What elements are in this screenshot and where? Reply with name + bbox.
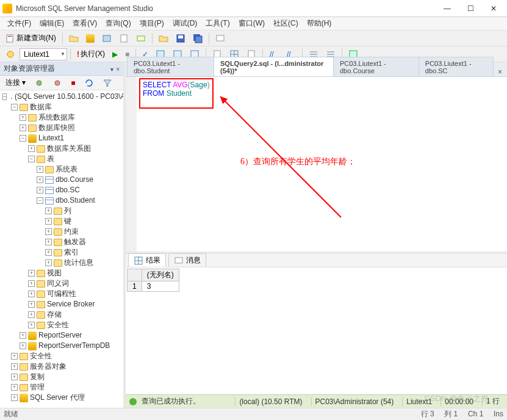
open-button[interactable] <box>66 32 82 45</box>
tree-service-broker[interactable]: Service Broker <box>47 299 95 310</box>
tab-student[interactable]: PC03.Liutext1 - dbo.Student <box>127 57 214 76</box>
menu-query[interactable]: 查询(Q) <box>102 17 134 30</box>
menu-view[interactable]: 查看(V) <box>69 17 101 30</box>
tree-programmability[interactable]: 可编程性 <box>47 289 76 299</box>
tree-synonyms[interactable]: 同义词 <box>47 278 69 289</box>
sql-editor[interactable]: SELECT AVG(Sage) FROM Student 6）查询 <box>137 77 507 252</box>
grid-cell-0-0[interactable]: 3 <box>142 281 179 292</box>
oe-tool1[interactable] <box>31 76 47 90</box>
menu-project[interactable]: 项目(P) <box>136 17 168 30</box>
tree-triggers[interactable]: 触发器 <box>64 237 86 247</box>
tree-indexes[interactable]: 索引 <box>64 247 79 258</box>
connect-button[interactable]: 连接 ▾ <box>2 76 29 90</box>
tree-agent[interactable]: SQL Server 代理 <box>30 393 85 403</box>
reporting-button[interactable] <box>116 32 132 45</box>
status-ins: Ins <box>494 410 503 418</box>
menu-community[interactable]: 社区(C) <box>270 17 302 30</box>
grid-corner <box>128 269 142 281</box>
folder-icon <box>69 34 79 43</box>
tab-sc[interactable]: PC03.Liutext1 - dbo.SC <box>419 57 494 76</box>
new-query-button[interactable]: 新建查询(N) <box>2 31 59 45</box>
tree-security-db[interactable]: 安全性 <box>47 320 69 330</box>
save-all-button[interactable] <box>190 32 206 45</box>
window-title: Microsoft SQL Server Management Studio <box>16 4 440 13</box>
max-button[interactable]: ☐ <box>463 4 478 13</box>
tree-databases[interactable]: 数据库 <box>30 102 52 112</box>
grid-header-0[interactable]: (无列名) <box>142 269 179 281</box>
tree-course[interactable]: dbo.Course <box>56 175 93 185</box>
tab-course[interactable]: PC03.Liutext1 - dbo.Course <box>333 57 419 76</box>
svg-rect-8 <box>195 36 202 43</box>
oe-refresh[interactable] <box>81 76 97 90</box>
oe-filter[interactable] <box>99 76 115 90</box>
tree-constraints[interactable]: 约束 <box>64 226 79 237</box>
monitor-icon <box>215 34 225 43</box>
object-explorer-title: 对象资源管理器 <box>4 63 55 74</box>
tree-db-snap[interactable]: 数据库快照 <box>38 123 75 133</box>
execute-button[interactable]: ! 执行(X) <box>74 47 108 61</box>
save-button[interactable] <box>173 32 189 45</box>
tree-keys[interactable]: 键 <box>64 216 71 226</box>
oe-dropdown-icon[interactable]: ▾ <box>110 66 113 73</box>
activity-button[interactable] <box>212 32 228 45</box>
db-selector-prefix[interactable] <box>2 48 18 61</box>
kw-avg: AVG <box>173 81 187 89</box>
tree-management[interactable]: 管理 <box>30 382 45 393</box>
object-explorer-toolbar: 连接 ▾ ■ <box>0 76 123 90</box>
tree-sys-db[interactable]: 系统数据库 <box>38 112 75 123</box>
oe-stop[interactable]: ■ <box>68 77 78 89</box>
document-tabs: PC03.Liutext1 - dbo.Student SQLQuery2.sq… <box>126 62 507 77</box>
results-tab-grid[interactable]: 结果 <box>128 253 166 267</box>
ssis-button[interactable] <box>133 32 149 45</box>
menu-tools[interactable]: 工具(T) <box>202 17 233 30</box>
tab-close-icon[interactable]: × <box>493 68 507 76</box>
oe-tool2[interactable] <box>49 76 65 90</box>
tree-reportserver[interactable]: ReportServer <box>38 330 82 341</box>
close-button[interactable]: ✕ <box>486 4 501 13</box>
svg-point-23 <box>55 81 60 85</box>
tree-db-diagram[interactable]: 数据库关系图 <box>47 143 91 154</box>
tree-reportservertemp[interactable]: ReportServerTempDB <box>38 341 110 351</box>
svg-rect-3 <box>121 35 127 42</box>
tree-server[interactable]: . (SQL Server 10.50.1600 - PC03\Administ <box>10 92 123 102</box>
svg-rect-2 <box>103 35 110 42</box>
open-file-button[interactable] <box>156 32 171 45</box>
tree-tables[interactable]: 表 <box>47 154 54 164</box>
oe-close-icon[interactable]: × <box>116 66 120 73</box>
tree-views[interactable]: 视图 <box>47 268 62 278</box>
results-panel: 结果 消息 (无列名) 13 查询已成功执行。 (local) (10.50 R… <box>126 254 507 408</box>
tree-replication[interactable]: 复制 <box>30 372 45 382</box>
tree-security[interactable]: 安全性 <box>30 351 52 361</box>
status-rows: 1 行 <box>482 396 503 407</box>
results-tab-messages[interactable]: 消息 <box>168 253 206 267</box>
object-explorer-tree[interactable]: −. (SQL Server 10.50.1600 - PC03\Adminis… <box>0 90 123 408</box>
min-button[interactable]: — <box>440 4 455 13</box>
filter-icon <box>102 78 112 88</box>
ide-status-bar: 就绪 行 3 列 1 Ch 1 Ins <box>0 408 507 420</box>
tree-stats[interactable]: 统计信息 <box>64 258 93 268</box>
menu-help[interactable]: 帮助(H) <box>303 17 336 30</box>
results-grid[interactable]: (无列名) 13 <box>126 267 507 394</box>
tree-liutext1[interactable]: Liutext1 <box>38 133 64 143</box>
analysis-button[interactable] <box>99 32 115 45</box>
db-engine-button[interactable] <box>83 32 98 45</box>
tree-storage[interactable]: 存储 <box>47 310 62 320</box>
menu-file[interactable]: 文件(F) <box>4 17 35 30</box>
menu-debug[interactable]: 调试(D) <box>169 17 201 30</box>
tree-student[interactable]: dbo.Student <box>56 195 95 206</box>
app-icon <box>2 4 12 13</box>
tree-sys-tables[interactable]: 系统表 <box>56 164 77 175</box>
standard-toolbar: 新建查询(N) <box>0 31 507 46</box>
tree-server-objects[interactable]: 服务器对象 <box>30 361 67 372</box>
menu-window[interactable]: 窗口(W) <box>235 17 268 30</box>
tree-columns[interactable]: 列 <box>64 206 71 216</box>
menu-edit[interactable]: 编辑(E) <box>36 17 68 30</box>
database-combo[interactable]: Liutext1 ▼ <box>20 48 67 60</box>
status-ok-text: 查询已成功执行。 <box>142 396 200 407</box>
tab-sqlquery2[interactable]: SQLQuery2.sql - (l...dministrator (54))* <box>214 57 334 76</box>
col-sage: Sage <box>190 81 207 89</box>
status-server: (local) (10.50 RTM) <box>235 397 306 406</box>
debug-button[interactable]: ▶ <box>109 48 121 60</box>
tree-sc[interactable]: dbo.SC <box>56 185 80 195</box>
grid-rownum-1[interactable]: 1 <box>128 281 142 292</box>
